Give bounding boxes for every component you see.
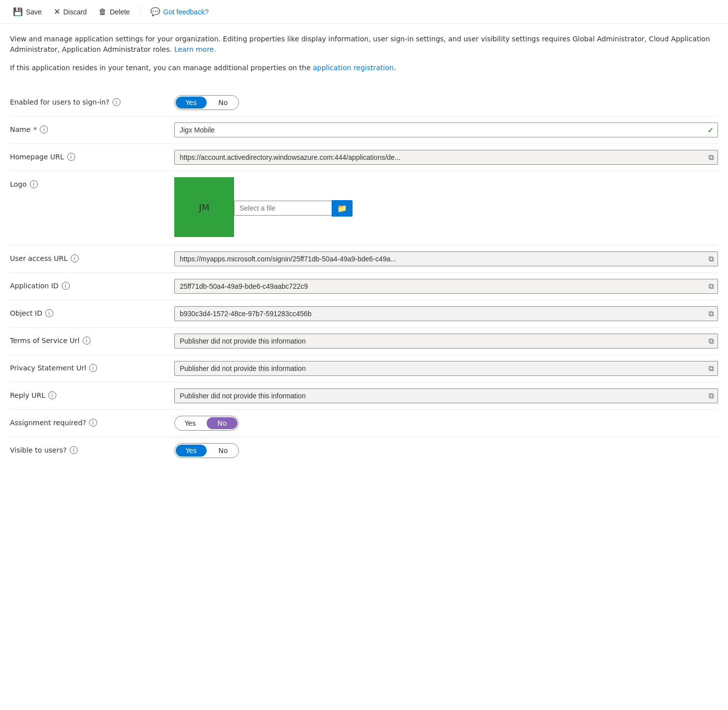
name-control: ✓	[174, 122, 718, 137]
file-select-row: 📁	[234, 200, 353, 217]
reply-url-input[interactable]	[174, 388, 718, 403]
toolbar: 💾 Save ✕ Discard 🗑 Delete 💬 Got feedback…	[0, 0, 728, 24]
assignment-no-option[interactable]: No	[207, 417, 238, 429]
description-area: View and manage application settings for…	[0, 24, 728, 73]
tos-copy-icon[interactable]: ⧉	[709, 337, 714, 346]
enabled-control: Yes No	[174, 95, 718, 110]
feedback-label: Got feedback?	[163, 8, 209, 16]
name-input[interactable]	[174, 122, 718, 137]
user-access-url-info-icon[interactable]: i	[71, 254, 79, 262]
save-icon: 💾	[13, 7, 23, 16]
description-paragraph1: View and manage application settings for…	[10, 34, 718, 55]
logo-info-icon[interactable]: i	[30, 180, 38, 188]
privacy-input-wrap: ⧉	[174, 361, 718, 376]
application-id-info-icon[interactable]: i	[62, 282, 70, 290]
reply-url-info-icon[interactable]: i	[48, 391, 56, 399]
reply-url-control: ⧉	[174, 388, 718, 403]
tos-label: Terms of Service Url i	[10, 334, 174, 345]
name-row: Name * i ✓	[10, 117, 718, 143]
delete-button[interactable]: 🗑 Delete	[94, 4, 134, 19]
enabled-info-icon[interactable]: i	[113, 98, 121, 106]
delete-label: Delete	[110, 8, 129, 16]
feedback-button[interactable]: 💬 Got feedback?	[145, 4, 214, 19]
logo-control: JM 📁	[174, 177, 718, 239]
tos-info-icon[interactable]: i	[83, 337, 91, 345]
save-button[interactable]: 💾 Save	[8, 4, 47, 19]
tos-control: ⧉	[174, 334, 718, 349]
privacy-row: Privacy Statement Url i ⧉	[10, 355, 718, 382]
tos-input-wrap: ⧉	[174, 334, 718, 349]
application-id-input[interactable]	[174, 279, 718, 294]
name-required-marker: *	[33, 125, 37, 133]
assignment-yes-option[interactable]: Yes	[175, 416, 206, 430]
reply-url-label: Reply URL i	[10, 388, 174, 399]
homepage-input[interactable]	[174, 150, 718, 165]
visible-info-icon[interactable]: i	[70, 446, 78, 454]
name-label: Name * i	[10, 122, 174, 133]
assignment-toggle-group[interactable]: Yes No	[174, 416, 239, 431]
enabled-toggle-group[interactable]: Yes No	[174, 95, 239, 110]
enabled-row: Enabled for users to sign-in? i Yes No	[10, 89, 718, 116]
object-id-input-wrap: ⧉	[174, 306, 718, 321]
name-check-icon: ✓	[708, 125, 714, 135]
reply-url-copy-icon[interactable]: ⧉	[709, 391, 714, 400]
visible-yes-option[interactable]: Yes	[176, 445, 207, 457]
object-id-copy-icon[interactable]: ⧉	[709, 309, 714, 318]
visible-row: Visible to users? i Yes No	[10, 437, 718, 464]
name-info-icon[interactable]: i	[40, 125, 48, 133]
user-access-url-control: ⧉	[174, 251, 718, 266]
object-id-row: Object ID i ⧉	[10, 300, 718, 327]
application-id-input-wrap: ⧉	[174, 279, 718, 294]
form-area: Enabled for users to sign-in? i Yes No N…	[0, 81, 728, 472]
tos-input[interactable]	[174, 334, 718, 349]
assignment-label: Assignment required? i	[10, 416, 174, 427]
homepage-row: Homepage URL i ⧉	[10, 144, 718, 171]
enabled-label: Enabled for users to sign-in? i	[10, 95, 174, 106]
logo-preview: JM	[174, 177, 234, 237]
object-id-input[interactable]	[174, 306, 718, 321]
file-select-icon: 📁	[337, 204, 347, 213]
delete-icon: 🗑	[99, 7, 107, 16]
privacy-control: ⧉	[174, 361, 718, 376]
file-select-input[interactable]	[234, 201, 332, 216]
learn-more-link[interactable]: Learn more.	[174, 45, 216, 53]
application-id-control: ⧉	[174, 279, 718, 294]
object-id-info-icon[interactable]: i	[45, 309, 53, 317]
user-access-url-input[interactable]	[174, 251, 718, 266]
assignment-row: Assignment required? i Yes No	[10, 410, 718, 437]
feedback-icon: 💬	[150, 7, 160, 16]
visible-toggle-group[interactable]: Yes No	[174, 443, 239, 458]
reply-url-row: Reply URL i ⧉	[10, 382, 718, 409]
homepage-label: Homepage URL i	[10, 150, 174, 161]
privacy-info-icon[interactable]: i	[89, 364, 97, 372]
reply-url-input-wrap: ⧉	[174, 388, 718, 403]
logo-label: Logo i	[10, 177, 174, 188]
user-access-url-copy-icon[interactable]: ⧉	[709, 254, 714, 263]
visible-control: Yes No	[174, 443, 718, 458]
homepage-info-icon[interactable]: i	[67, 153, 75, 161]
enabled-no-option[interactable]: No	[208, 96, 239, 110]
assignment-control: Yes No	[174, 416, 718, 431]
homepage-copy-icon[interactable]: ⧉	[709, 153, 714, 162]
application-id-copy-icon[interactable]: ⧉	[709, 282, 714, 291]
visible-label: Visible to users? i	[10, 443, 174, 454]
privacy-input[interactable]	[174, 361, 718, 376]
enabled-yes-option[interactable]: Yes	[176, 97, 207, 109]
application-id-label: Application ID i	[10, 279, 174, 290]
user-access-url-row: User access URL i ⧉	[10, 245, 718, 272]
homepage-input-wrap: ⧉	[174, 150, 718, 165]
name-input-wrap: ✓	[174, 122, 718, 137]
discard-label: Discard	[63, 8, 87, 16]
discard-button[interactable]: ✕ Discard	[49, 4, 92, 19]
object-id-control: ⧉	[174, 306, 718, 321]
visible-no-option[interactable]: No	[208, 444, 239, 458]
discard-icon: ✕	[54, 7, 60, 16]
privacy-copy-icon[interactable]: ⧉	[709, 364, 714, 373]
assignment-info-icon[interactable]: i	[89, 419, 97, 427]
app-registration-link[interactable]: application registration	[313, 64, 393, 72]
file-select-button[interactable]: 📁	[332, 200, 353, 217]
homepage-control: ⧉	[174, 150, 718, 165]
toolbar-divider	[140, 6, 140, 18]
user-access-url-label: User access URL i	[10, 251, 174, 262]
privacy-label: Privacy Statement Url i	[10, 361, 174, 372]
